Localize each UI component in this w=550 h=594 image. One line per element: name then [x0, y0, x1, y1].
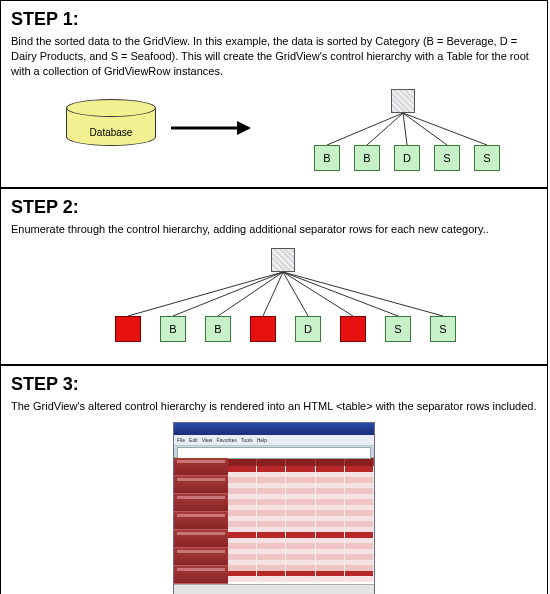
step-1-desc: Bind the sorted data to the GridView. In… — [11, 34, 537, 79]
svg-line-10 — [263, 272, 283, 316]
step-2: STEP 2: Enumerate through the control hi… — [1, 189, 547, 367]
leaf-d-1: D — [394, 145, 420, 171]
step-1: STEP 1: Bind the sorted data to the Grid… — [1, 1, 547, 189]
svg-line-5 — [403, 113, 447, 145]
sidebar-preview — [174, 458, 228, 584]
step-2-desc: Enumerate through the control hierarchy,… — [11, 222, 537, 237]
step-3-title: STEP 3: — [11, 374, 537, 395]
step-3-desc: The GridView's altered control hierarchy… — [11, 399, 537, 414]
leaf2-s-1: S — [385, 316, 411, 342]
step-1-diagram: Database B B D S S — [11, 87, 537, 177]
database-label: Database — [66, 127, 156, 138]
step-2-title: STEP 2: — [11, 197, 537, 218]
svg-line-12 — [283, 272, 353, 316]
svg-line-7 — [128, 272, 283, 316]
step-2-diagram: B B D S S — [11, 244, 537, 354]
svg-line-2 — [327, 113, 403, 145]
leaf2-d-1: D — [295, 316, 321, 342]
leaf2-b-2: B — [205, 316, 231, 342]
separator-node-2 — [250, 316, 276, 342]
svg-line-4 — [403, 113, 407, 145]
svg-line-14 — [283, 272, 443, 316]
leaf-b-1: B — [314, 145, 340, 171]
svg-line-9 — [218, 272, 283, 316]
leaf-s-1: S — [434, 145, 460, 171]
rendered-grid-preview: FileEditViewFavoritesToolsHelp — [173, 422, 375, 594]
svg-line-11 — [283, 272, 308, 316]
arrow-icon — [171, 121, 251, 135]
separator-node-1 — [115, 316, 141, 342]
gridview-preview — [228, 458, 374, 584]
leaf-b-2: B — [354, 145, 380, 171]
svg-line-8 — [173, 272, 283, 316]
step-3: STEP 3: The GridView's altered control h… — [1, 366, 547, 594]
separator-node-3 — [340, 316, 366, 342]
diagram-container: STEP 1: Bind the sorted data to the Grid… — [0, 0, 548, 594]
grid-header-row — [228, 458, 374, 466]
leaf2-b-1: B — [160, 316, 186, 342]
svg-line-13 — [283, 272, 398, 316]
svg-marker-1 — [237, 121, 251, 135]
leaf2-s-2: S — [430, 316, 456, 342]
svg-line-3 — [367, 113, 403, 145]
step-1-title: STEP 1: — [11, 9, 537, 30]
root-node-2 — [271, 248, 295, 272]
root-node — [391, 89, 415, 113]
database-icon: Database — [66, 99, 156, 149]
browser-chrome: FileEditViewFavoritesToolsHelp — [174, 423, 374, 458]
svg-line-6 — [403, 113, 487, 145]
leaf-s-2: S — [474, 145, 500, 171]
